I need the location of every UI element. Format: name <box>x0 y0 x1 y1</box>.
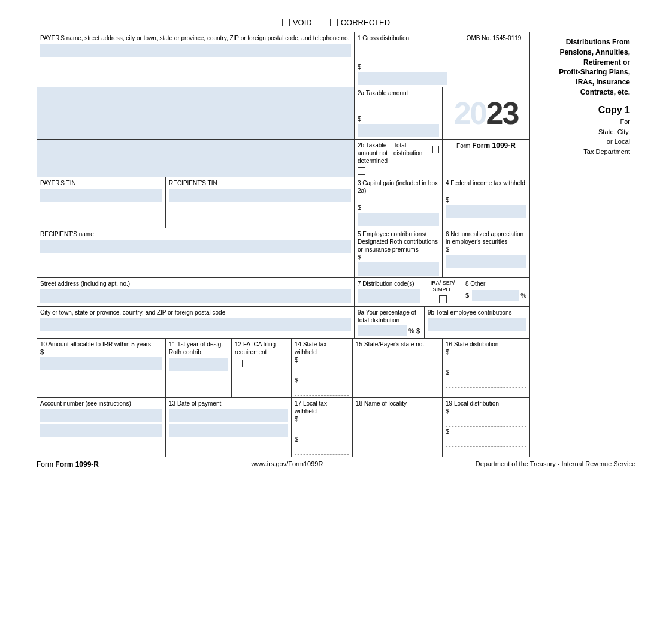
box18-input2[interactable] <box>356 421 439 431</box>
total-dist-checkbox[interactable] <box>432 146 439 153</box>
box17-input2[interactable] <box>295 444 349 455</box>
box4-block: 4 Federal income tax withheld $ <box>443 177 529 228</box>
copy-label: Copy 1 <box>535 104 630 117</box>
box5-input[interactable] <box>358 262 439 276</box>
payer-name-input[interactable] <box>40 44 351 57</box>
box1-dollar-row: $ <box>358 63 447 70</box>
box17-dollar-row2: $ <box>295 436 349 443</box>
void-label: VOID <box>293 18 312 27</box>
account-input[interactable] <box>40 409 162 422</box>
box9a-dollar: $ <box>416 327 420 334</box>
box16-dollar-row2: $ <box>446 369 526 376</box>
box13-label: 13 Date of payment <box>169 400 288 407</box>
box9b-input[interactable] <box>428 318 526 331</box>
payer-spacer <box>37 87 355 139</box>
box1-input[interactable] <box>358 72 447 85</box>
row3: 2b Taxable amount not determined Total d… <box>37 140 529 177</box>
title-line5: IRAs, Insurance <box>535 77 630 87</box>
box10-dollar: $ <box>40 348 44 355</box>
copy-sub2: or Local <box>535 137 630 147</box>
box16-input2[interactable] <box>446 377 526 388</box>
box7-block: 7 Distribution code(s) <box>355 278 423 306</box>
box6-dollar: $ <box>446 246 449 253</box>
box10-input[interactable] <box>40 357 162 370</box>
year-prefix: 20 <box>454 95 486 131</box>
fatca-checkbox[interactable] <box>235 360 243 367</box>
form-word: Form <box>456 143 472 149</box>
box8-input[interactable] <box>472 290 519 301</box>
top-checkboxes: VOID CORRECTED <box>37 18 635 27</box>
ira-checkbox[interactable] <box>439 295 447 303</box>
row9: Account number (see instructions) 13 Dat… <box>37 398 529 457</box>
box3-dollar-row: $ <box>358 204 439 211</box>
box6-dollar-row: $ <box>446 246 526 253</box>
box9a-input[interactable] <box>358 325 407 336</box>
box19-input2[interactable] <box>446 436 526 447</box>
box1-block: 1 Gross distribution $ <box>355 32 450 87</box>
box14-input2[interactable] <box>295 385 349 396</box>
box19-dollar-row2: $ <box>446 428 526 435</box>
box15-label: 15 State/Payer's state no. <box>356 340 439 348</box>
row1: PAYER'S name, street address, city or to… <box>37 32 529 87</box>
box3-input[interactable] <box>358 213 439 226</box>
box13-input2[interactable] <box>169 424 288 437</box>
box6-input[interactable] <box>446 255 526 268</box>
recipient-name-input[interactable] <box>40 240 351 253</box>
box10-dollar-row: $ <box>40 348 162 355</box>
box13-input[interactable] <box>169 409 288 422</box>
box19-dollar-row1: $ <box>446 407 526 415</box>
box14-dollar-row2: $ <box>295 376 349 384</box>
row6: Street address (including apt. no.) 7 Di… <box>37 278 529 307</box>
box7-input[interactable] <box>358 289 420 303</box>
box15-input2[interactable] <box>356 361 439 372</box>
box15-input1[interactable] <box>356 349 439 360</box>
box12-label: 12 FATCA filing requirement <box>235 340 288 356</box>
box4-input[interactable] <box>446 205 526 218</box>
account-input2[interactable] <box>40 424 162 437</box>
box18-input1[interactable] <box>356 409 439 419</box>
box14-input1[interactable] <box>295 364 349 375</box>
copy-for: For <box>535 117 630 127</box>
box2a-input[interactable] <box>358 124 439 137</box>
corrected-label: CORRECTED <box>341 18 390 27</box>
box11-input[interactable] <box>169 358 228 371</box>
row4: PAYER'S TIN RECIPIENT'S TIN 3 Capital ga… <box>37 177 529 228</box>
payer-spacer2 <box>37 140 355 177</box>
street-input[interactable] <box>40 289 351 303</box>
form-1099r: VOID CORRECTED PAYER'S name, street addr… <box>37 18 635 469</box>
void-checkbox[interactable] <box>282 19 290 26</box>
box17-input1[interactable] <box>295 424 349 434</box>
box5-dollar-row: $ <box>358 253 439 261</box>
box11-label: 11 1st year of desig. Roth contrib. <box>169 340 228 356</box>
box9b-block: 9b Total employee contributions <box>425 307 529 338</box>
box16-dollar1: $ <box>446 348 449 355</box>
box4-dollar-row: $ <box>446 196 526 203</box>
box1-dollar: $ <box>358 63 361 70</box>
box15-block: 15 State/Payer's state no. <box>353 339 443 397</box>
box2a-dollar-row: $ <box>358 115 439 122</box>
box16-input1[interactable] <box>446 357 526 367</box>
box17-block: 17 Local tax withheld $ $ <box>292 398 353 457</box>
recipient-tin-input[interactable] <box>169 189 351 202</box>
box17-dollar-row1: $ <box>295 415 349 422</box>
box3-block: 3 Capital gain (included in box 2a) $ <box>355 177 443 228</box>
row2: 2a Taxable amount $ 2023 <box>37 87 529 140</box>
box19-input1[interactable] <box>446 416 526 427</box>
payer-tin-input[interactable] <box>40 189 162 202</box>
box12-block: 12 FATCA filing requirement <box>232 339 292 397</box>
box4-dollar: $ <box>446 196 449 203</box>
form-footer: Form Form 1099-R www.irs.gov/Form1099R D… <box>37 460 635 469</box>
omb-label: OMB No. 1545-0119 <box>453 34 534 42</box>
copy-sub1: State, City, <box>535 127 630 137</box>
box2b-total: Total distribution <box>393 141 439 157</box>
box3-dollar: $ <box>358 204 361 211</box>
box19-label: 19 Local distribution <box>446 400 526 407</box>
box2b-checkbox[interactable] <box>358 167 365 175</box>
title-line3: Retirement or <box>535 58 630 68</box>
recipient-name-label: RECIPIENT'S name <box>40 230 351 238</box>
box8-dollar: $ <box>465 292 469 299</box>
title-line6: Contracts, etc. <box>535 87 630 98</box>
box19-block: 19 Local distribution $ $ <box>443 398 529 457</box>
corrected-checkbox[interactable] <box>330 19 338 26</box>
city-input[interactable] <box>40 318 351 331</box>
